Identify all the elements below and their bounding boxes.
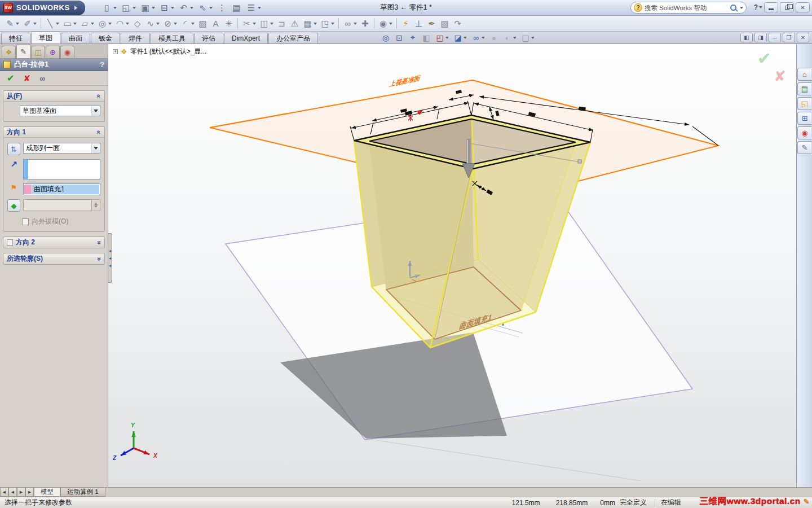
toolbar-button[interactable]: ✳ (222, 17, 235, 30)
toolbar-button[interactable]: ⊘ (161, 17, 179, 30)
draft-outward-checkbox[interactable] (22, 218, 29, 225)
dropdown-caret-icon[interactable] (91, 23, 94, 25)
dropdown-caret-icon[interactable] (126, 23, 129, 25)
study-tab[interactable]: 运动算例 1 (60, 488, 105, 497)
pm-help-button[interactable]: ? (100, 61, 104, 69)
toolbar-button[interactable]: ✚ (359, 17, 372, 30)
group-direction2-header[interactable]: 方向 2 « (3, 237, 104, 248)
toolbar-button[interactable]: ◉ (377, 17, 394, 30)
quick-icon[interactable]: ⋮ (215, 2, 230, 14)
toolbar-button[interactable]: ◜ (179, 17, 196, 30)
task-pane-tab[interactable]: ⌂ (797, 68, 811, 81)
face-selection-box[interactable]: 曲面填充1 (23, 183, 100, 195)
tab-nav-button[interactable]: ▶ (17, 488, 25, 497)
dropdown-caret-icon[interactable] (33, 23, 37, 25)
draft-angle-spinner[interactable] (92, 199, 100, 211)
end-condition-dropdown[interactable]: 成形到一面 (23, 143, 100, 154)
toolbar-button[interactable]: ▧ (438, 17, 451, 30)
help-caret-icon[interactable] (759, 6, 762, 8)
feature-tree-flyout[interactable]: + ❖ 零件1 (默认<<默认>_显... (113, 47, 206, 56)
doc-window-button[interactable]: ◨ (754, 33, 767, 42)
menu-flyout-icon[interactable] (74, 6, 77, 10)
toolbar-button[interactable]: ▭ (61, 17, 78, 30)
viewport-3d[interactable]: 上视基准面 曲面填充1 (108, 44, 796, 487)
view-tool-button[interactable]: ◪ (451, 32, 469, 43)
toolbar-button[interactable]: ⚡ (399, 17, 412, 30)
dropdown-caret-icon[interactable] (258, 7, 261, 9)
part-tree-root-label[interactable]: 零件1 (默认<<默认>_显... (130, 47, 207, 56)
task-pane-tab[interactable]: ✎ (797, 141, 811, 154)
dropdown-caret-icon[interactable] (389, 23, 392, 25)
help-button[interactable]: ? (754, 3, 762, 11)
toolbar-button[interactable]: ✒ (425, 17, 438, 30)
dropdown-caret-icon[interactable] (174, 23, 177, 25)
dropdown-caret-icon[interactable] (464, 37, 467, 39)
quick-icon[interactable]: ▣ (138, 2, 157, 14)
confirmation-ok-icon[interactable]: ✔ (757, 49, 771, 68)
toolbar-button[interactable]: ⚠ (288, 17, 301, 30)
toolbar-button[interactable]: ⊐ (275, 17, 288, 30)
search-icon[interactable] (730, 5, 736, 11)
dropdown-arrow-icon[interactable] (91, 106, 100, 116)
ribbon-tab[interactable]: 特征 (1, 33, 30, 43)
dropdown-caret-icon[interactable] (171, 7, 174, 9)
restore-button[interactable] (780, 2, 794, 12)
toolbar-button[interactable]: ◳ (319, 17, 336, 30)
expand-chevron-icon[interactable]: « (95, 257, 103, 261)
toolbar-button[interactable]: ✎ (3, 17, 21, 30)
manager-tab[interactable]: ◉ (60, 46, 74, 58)
dropdown-caret-icon[interactable] (108, 23, 112, 25)
minimize-button[interactable] (764, 2, 778, 12)
toolbar-button[interactable]: ▱ (78, 17, 96, 30)
quick-icon[interactable]: ▤ (230, 2, 244, 14)
task-pane-tab[interactable]: ◱ (797, 97, 811, 110)
toolbar-button[interactable]: ◫ (258, 17, 275, 30)
dropdown-caret-icon[interactable] (445, 37, 449, 39)
quick-icon[interactable]: ◱ (119, 2, 138, 14)
search-input[interactable] (645, 5, 728, 11)
view-tool-button[interactable]: ◧ (420, 32, 433, 43)
dropdown-caret-icon[interactable] (16, 23, 19, 25)
draft-angle-field[interactable] (23, 199, 100, 211)
drag-handle[interactable] (578, 160, 581, 163)
manager-tab[interactable]: ◫ (31, 46, 45, 58)
dropdown-caret-icon[interactable] (56, 23, 59, 25)
cancel-button[interactable]: ✘ (23, 73, 30, 84)
toolbar-button[interactable]: ◇ (131, 17, 144, 30)
dropdown-caret-icon[interactable] (73, 23, 77, 25)
collapse-chevron-icon[interactable]: « (95, 94, 103, 98)
dropdown-caret-icon[interactable] (152, 7, 155, 9)
graphics-area[interactable]: 上视基准面 曲面填充1 (108, 44, 796, 487)
task-pane-tab[interactable]: ◉ (797, 126, 811, 139)
expand-chevron-icon[interactable]: « (95, 240, 103, 244)
toolbar-button[interactable]: ◎ (96, 17, 113, 30)
collapse-chevron-icon[interactable]: « (95, 130, 103, 134)
toolbar-button[interactable]: ◠ (113, 17, 131, 30)
group-selected-contours-header[interactable]: 所选轮廓(S) « (3, 253, 104, 264)
start-condition-dropdown[interactable]: 草图基准面 (20, 106, 100, 116)
dropdown-caret-icon[interactable] (270, 23, 273, 25)
toolbar-button[interactable]: ↷ (451, 17, 464, 30)
ribbon-tab[interactable]: 草图 (31, 32, 60, 43)
reverse-direction-button[interactable]: ⇅ (7, 143, 20, 155)
dropdown-arrow-icon[interactable] (91, 143, 100, 153)
view-tool-button[interactable]: ▢ (519, 32, 537, 43)
ribbon-tab[interactable]: 办公室产品 (268, 33, 318, 43)
ribbon-tab[interactable]: 焊件 (121, 33, 150, 43)
view-tool-button[interactable]: ⌖ (406, 32, 420, 43)
doc-window-button[interactable]: ❐ (783, 33, 795, 42)
dropdown-caret-icon[interactable] (331, 23, 334, 25)
dropdown-caret-icon[interactable] (513, 37, 517, 39)
view-tool-button[interactable]: ◎ (379, 32, 392, 43)
group-from-header[interactable]: 从(F) « (3, 91, 104, 102)
view-tool-button[interactable]: ∞ (469, 32, 487, 43)
close-button[interactable]: ✕ (796, 2, 810, 12)
toolbar-button[interactable]: ⊥ (412, 17, 425, 30)
toolbar-button[interactable]: ∿ (144, 17, 161, 30)
tab-nav-button[interactable]: ◀ (0, 488, 8, 497)
toolbar-button[interactable]: ╲ (43, 17, 61, 30)
panel-splitter-handle[interactable]: ◂ ◂ ◂ (108, 233, 112, 283)
view-tool-button[interactable]: ⊡ (392, 32, 406, 43)
quick-icon[interactable]: ↶ (176, 2, 196, 14)
quick-icon[interactable]: ▯ (100, 2, 119, 14)
